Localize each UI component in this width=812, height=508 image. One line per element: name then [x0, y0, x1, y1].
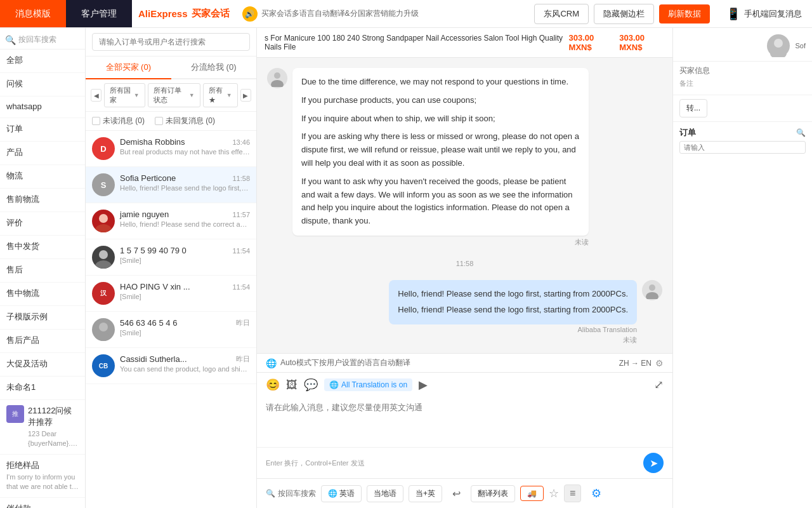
- sent-message: Hello, friend! Please send the logo firs…: [389, 280, 637, 345]
- play-icon[interactable]: ▶: [419, 378, 428, 392]
- svg-point-9: [646, 292, 658, 299]
- tab-assigned-buyers[interactable]: 分流给我 (0): [171, 57, 257, 78]
- crm-button[interactable]: 东风CRM: [534, 4, 589, 24]
- sidebar-item-whatsapp[interactable]: whatsapp: [0, 97, 85, 118]
- translation-settings-icon[interactable]: ⚙: [655, 358, 664, 368]
- sidebar-item-zhongwuliu[interactable]: 售中物流: [0, 283, 85, 306]
- buyer-item[interactable]: CB Cassidi Sutherla... 昨日 You can send t…: [86, 348, 256, 384]
- filter-order-status[interactable]: 所有订单状态 ▼: [148, 83, 200, 107]
- received-message: Due to the time difference, we may not r…: [292, 68, 589, 247]
- svg-point-0: [99, 214, 108, 223]
- sidebar-search-header: 🔍 按回车搜索: [0, 28, 85, 50]
- sent-message-bubble: Hello, friend! Please send the logo firs…: [389, 280, 637, 324]
- buyer-item[interactable]: 1 5 7 5 99 40 79 0 11:54 [Smile]: [86, 239, 256, 276]
- hide-sidebar-button[interactable]: 隐藏侧边栏: [594, 4, 654, 24]
- message-row-sent: Hello, friend! Please send the logo firs…: [267, 280, 662, 345]
- buyer-avatar: 汉: [92, 282, 115, 305]
- sidebar-template-cuifu[interactable]: 催付款 We got your order with NO. {orderId}…: [0, 498, 85, 508]
- check-unreplied[interactable]: 未回复消息 (0): [155, 116, 215, 126]
- undo-icon[interactable]: ↩: [447, 485, 466, 502]
- unreplied-checkbox[interactable]: [155, 117, 163, 125]
- express-logo: AliExpress 买家会话: [132, 8, 236, 20]
- sidebar-template-tuijian[interactable]: 推 211122问候并推荐 123 Dear {buyerName}. How'…: [0, 400, 85, 455]
- top-bar: 消息模版 客户管理 AliExpress 买家会话 🔊 买家会话多语言自动翻译&…: [0, 0, 812, 28]
- sidebar-item-zhongfa[interactable]: 售中发货: [0, 236, 85, 259]
- sidebar-item-zimo[interactable]: 子模版示例: [0, 306, 85, 330]
- sidebar-item-pingjia[interactable]: 评价: [0, 212, 85, 236]
- buyer-item[interactable]: D Demisha Robbins 13:46 But real product…: [86, 131, 256, 167]
- template-icon[interactable]: 💬: [304, 378, 318, 392]
- sender-icon: [267, 68, 287, 88]
- bottom-search-bar: 🔍 按回车搜索 🌐 英语 当地语 当+英 ↩ 翻译列表 🚚 ☆ ≡ ⚙: [257, 478, 672, 508]
- order-search-icon: 🔍: [796, 128, 806, 137]
- buyer-tabs: 全部买家 (0) 分流给我 (0): [86, 57, 256, 79]
- unread-checkbox[interactable]: [92, 117, 100, 125]
- buyer-avatar: [92, 210, 115, 232]
- tab-message-template[interactable]: 消息模版: [0, 0, 66, 27]
- svg-point-5: [95, 333, 112, 341]
- svg-point-10: [774, 39, 783, 48]
- buyer-item[interactable]: 汉 HAO PING V xin ... 11:54 [Smile]: [86, 276, 256, 312]
- translation-toggle[interactable]: 🌐 All Translation is on: [324, 378, 412, 391]
- gear-icon-bottom[interactable]: ⚙: [586, 484, 606, 503]
- message-row-received: Due to the time difference, we may not r…: [267, 68, 662, 247]
- filter-nav-left[interactable]: ◀: [91, 89, 102, 102]
- buyer-default-icon: [92, 246, 115, 269]
- mobile-reply-area: 📱 手机端回复消息: [716, 7, 812, 21]
- sidebar-item-product[interactable]: 产品: [0, 142, 85, 165]
- order-search-area: [679, 141, 806, 154]
- input-toolbar: 😊 🖼 💬 🌐 All Translation is on ▶ ⤢: [257, 372, 672, 397]
- translate-list-button[interactable]: 翻译列表: [471, 485, 515, 502]
- btn-english[interactable]: 🌐 英语: [321, 485, 362, 502]
- buyer-search-input[interactable]: [92, 33, 250, 51]
- template-sidebar: 🔍 按回车搜索 全部 问候 whatsapp 订单 产品 物流 售前物流 评价 …: [0, 28, 86, 508]
- check-unread[interactable]: 未读消息 (0): [92, 116, 145, 126]
- truck-icon-btn[interactable]: 🚚: [520, 486, 544, 501]
- buyer-item-active[interactable]: S Sofia Perticone 11:58 Hello, friend! P…: [86, 167, 256, 203]
- order-search-input[interactable]: [679, 141, 806, 154]
- sidebar-item-promotion[interactable]: 大促及活动: [0, 353, 85, 377]
- buyer-list: D Demisha Robbins 13:46 But real product…: [86, 131, 256, 508]
- btn-plus-english[interactable]: 当+英: [409, 485, 442, 502]
- transfer-button[interactable]: 转...: [679, 99, 707, 117]
- sidebar-item-order[interactable]: 订单: [0, 118, 85, 142]
- tab-customer-management[interactable]: 客户管理: [66, 0, 132, 27]
- svg-point-1: [95, 224, 112, 232]
- translation-bar: 🌐 Auto模式下按用户设置的语言自动翻译 ZH → EN ⚙: [257, 353, 672, 372]
- filter-nav-right[interactable]: ▶: [240, 89, 251, 102]
- buyer-info: 1 5 7 5 99 40 79 0 11:54 [Smile]: [120, 246, 250, 264]
- filter-country[interactable]: 所有国家 ▼: [104, 83, 145, 107]
- filter-star[interactable]: 所有★ ▼: [203, 83, 238, 107]
- tab-all-buyers[interactable]: 全部买家 (0): [86, 57, 171, 79]
- sidebar-item-shouhou-product[interactable]: 售后产品: [0, 330, 85, 353]
- image-icon[interactable]: 🖼: [286, 378, 298, 392]
- message-bubble: Due to the time difference, we may not r…: [292, 68, 589, 236]
- send-button[interactable]: ➤: [643, 453, 664, 473]
- chat-messages: Due to the time difference, we may not r…: [257, 58, 672, 353]
- sidebar-template-jujue[interactable]: 拒绝样品 I'm sorry to inform you that we are…: [0, 455, 85, 498]
- expand-icon[interactable]: ⤢: [654, 378, 664, 392]
- svg-point-2: [99, 250, 108, 259]
- translate-icon: 🌐: [266, 358, 277, 368]
- buyer-item[interactable]: jamie nguyen 11:57 Hello, friend! Please…: [86, 203, 256, 239]
- refresh-button[interactable]: 刷新数据: [659, 4, 710, 23]
- sidebar-item-unnamed1[interactable]: 未命名1: [0, 377, 85, 400]
- emoji-icon[interactable]: 😊: [266, 378, 280, 392]
- sidebar-item-all[interactable]: 全部: [0, 50, 85, 73]
- sidebar-item-wuliu[interactable]: 物流: [0, 165, 85, 189]
- sidebar-item-presale-wuliu[interactable]: 售前物流: [0, 189, 85, 212]
- translate-flag-icon: 🌐: [328, 489, 337, 498]
- sidebar-item-shouhou[interactable]: 售后: [0, 259, 85, 283]
- sidebar-item-wenhao[interactable]: 问候: [0, 73, 85, 97]
- buyer-default-icon: [92, 318, 115, 341]
- message-input[interactable]: [266, 402, 664, 440]
- buyer-item[interactable]: 546 63 46 5 4 6 昨日 [Smile]: [86, 312, 256, 348]
- message-timestamp: 11:58: [267, 260, 662, 267]
- self-icon: [642, 280, 662, 300]
- star-icon[interactable]: ☆: [549, 486, 559, 500]
- btn-local-lang[interactable]: 当地语: [367, 485, 403, 502]
- list-icon-btn[interactable]: ≡: [564, 485, 581, 502]
- buyer-avatar: D: [92, 137, 115, 160]
- translate-globe-icon: 🌐: [329, 380, 339, 389]
- buyer-avatar: [92, 318, 115, 341]
